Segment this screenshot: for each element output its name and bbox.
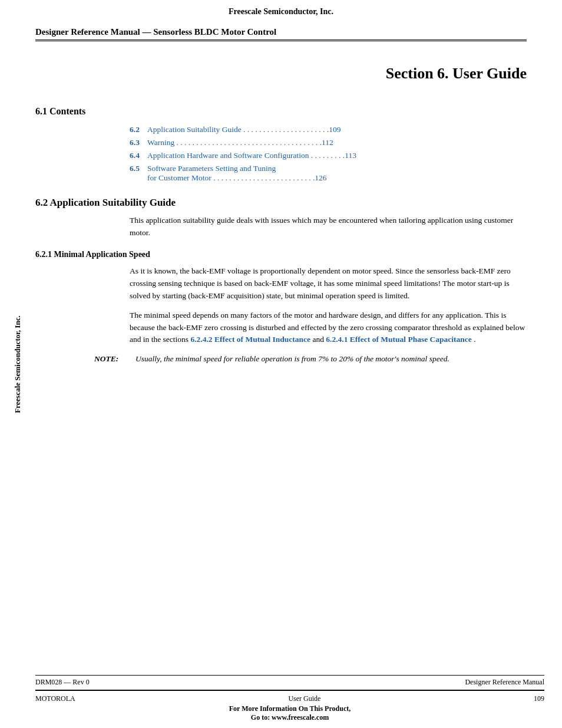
para-b-post: . bbox=[472, 335, 476, 344]
note-label: NOTE: bbox=[94, 353, 135, 365]
toc-label-6-4[interactable]: Application Hardware and Software Config… bbox=[147, 151, 527, 160]
section-title: Section 6. User Guide bbox=[386, 65, 527, 82]
para-6-2: This application suitability guide deals… bbox=[130, 215, 527, 239]
link-mutual-inductance[interactable]: 6.2.4.2 Effect of Mutual Inductance bbox=[190, 335, 310, 344]
toc-num-6-3: 6.3 bbox=[130, 138, 147, 147]
side-watermark: Freescale Semiconductor, Inc. bbox=[13, 187, 22, 541]
link-phase-capacitance[interactable]: 6.2.4.1 Effect of Mutual Phase Capacitan… bbox=[326, 335, 471, 344]
main-content: Section 6. User Guide 6.1 Contents 6.2 A… bbox=[35, 41, 544, 365]
toc-item-6-3[interactable]: 6.3 Warning . . . . . . . . . . . . . . … bbox=[130, 138, 527, 147]
footer-row1: MOTOROLA User Guide 109 bbox=[35, 694, 544, 703]
toc-row2-6-5: for Customer Motor . . . . . . . . . . .… bbox=[130, 173, 527, 183]
manual-title: Designer Reference Manual — Sensorless B… bbox=[35, 27, 276, 37]
heading-6-2-1: 6.2.1 Minimal Application Speed bbox=[35, 250, 544, 259]
footer-bottom: MOTOROLA User Guide 109 For More Informa… bbox=[35, 690, 544, 722]
footer-row3: Go to: www.freescale.com bbox=[35, 713, 544, 722]
toc-label-6-5-line1: Software Parameters Setting and Tuning bbox=[147, 164, 527, 173]
toc-row1-6-5: 6.5 Software Parameters Setting and Tuni… bbox=[130, 164, 527, 173]
footer-page: 109 bbox=[534, 694, 544, 703]
footer-line3: Go to: www.freescale.com bbox=[251, 713, 329, 722]
toc-num-6-4: 6.4 bbox=[130, 151, 147, 160]
note-text: Usually, the minimal speed for reliable … bbox=[135, 353, 449, 365]
toc-item-6-2[interactable]: 6.2 Application Suitability Guide . . . … bbox=[130, 125, 527, 134]
footer-company: MOTOROLA bbox=[35, 694, 75, 703]
footer-right: Designer Reference Manual bbox=[465, 678, 544, 687]
footer-row2: For More Information On This Product, bbox=[35, 704, 544, 713]
note-row: NOTE: Usually, the minimal speed for rel… bbox=[94, 353, 527, 365]
toc-label-6-3[interactable]: Warning . . . . . . . . . . . . . . . . … bbox=[147, 138, 527, 147]
toc-num-6-2: 6.2 bbox=[130, 125, 147, 134]
para-6-2-1-a: As it is known, the back-EMF voltage is … bbox=[130, 265, 527, 302]
para-b-mid: and bbox=[310, 335, 326, 344]
company-name: Freescale Semiconductor, Inc. bbox=[229, 7, 333, 16]
footer-left: DRM028 — Rev 0 bbox=[35, 678, 90, 687]
toc-label-6-2[interactable]: Application Suitability Guide . . . . . … bbox=[147, 125, 527, 134]
heading-6-1: 6.1 Contents bbox=[35, 106, 544, 117]
section-title-area: Section 6. User Guide bbox=[35, 47, 544, 94]
toc-area: 6.2 Application Suitability Guide . . . … bbox=[130, 125, 527, 183]
toc-num-6-5: 6.5 bbox=[130, 164, 147, 173]
toc-label-6-5-line2: for Customer Motor . . . . . . . . . . .… bbox=[147, 173, 527, 183]
toc-item-6-5[interactable]: 6.5 Software Parameters Setting and Tuni… bbox=[130, 164, 527, 183]
footer-line2: For More Information On This Product, bbox=[229, 704, 351, 713]
footer-center: User Guide bbox=[288, 694, 320, 703]
para-6-2-1-b: The minimal speed depends on many factor… bbox=[130, 309, 527, 347]
page: Freescale Semiconductor, Inc. Freescale … bbox=[0, 0, 562, 728]
toc-item-6-4[interactable]: 6.4 Application Hardware and Software Co… bbox=[130, 151, 527, 160]
footer-top: DRM028 — Rev 0 Designer Reference Manual bbox=[35, 675, 544, 687]
heading-6-2: 6.2 Application Suitability Guide bbox=[35, 197, 544, 209]
company-header: Freescale Semiconductor, Inc. bbox=[0, 0, 562, 22]
manual-title-bar: Designer Reference Manual — Sensorless B… bbox=[35, 22, 527, 41]
